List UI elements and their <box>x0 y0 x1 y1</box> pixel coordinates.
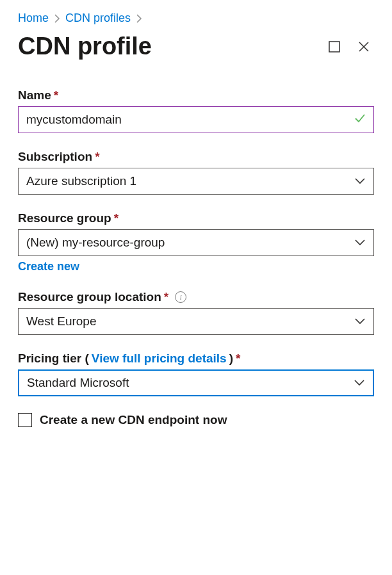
location-value: West Europe <box>26 314 96 328</box>
pricing-label-suffix: ) <box>229 352 233 366</box>
chevron-right-icon <box>54 14 60 23</box>
resource-group-label-text: Resource group <box>18 211 111 225</box>
name-label-text: Name <box>18 88 51 102</box>
required-asterisk: * <box>95 150 99 164</box>
field-subscription: Subscription * Azure subscription 1 <box>18 150 374 195</box>
title-row: CDN profile <box>18 33 374 60</box>
name-input[interactable] <box>18 106 374 133</box>
location-select[interactable]: West Europe <box>18 308 374 335</box>
create-new-link[interactable]: Create new <box>18 260 79 273</box>
subscription-select[interactable]: Azure subscription 1 <box>18 168 374 195</box>
create-endpoint-row: Create a new CDN endpoint now <box>18 413 374 427</box>
subscription-label: Subscription * <box>18 150 374 164</box>
required-asterisk: * <box>54 88 58 102</box>
required-asterisk: * <box>114 211 118 225</box>
resource-group-select[interactable]: (New) my-resource-group <box>18 229 374 256</box>
pin-icon[interactable] <box>327 39 342 54</box>
page-title: CDN profile <box>18 33 152 60</box>
breadcrumb-home[interactable]: Home <box>18 12 49 25</box>
chevron-down-icon <box>354 236 366 250</box>
location-label: Resource group location * i <box>18 290 374 304</box>
info-icon[interactable]: i <box>175 291 186 303</box>
resource-group-label: Resource group * <box>18 211 374 225</box>
field-name: Name * <box>18 88 374 133</box>
pricing-label-prefix: Pricing tier ( <box>18 352 89 366</box>
svg-rect-0 <box>329 42 339 52</box>
chevron-down-icon <box>354 174 366 188</box>
pricing-select[interactable]: Standard Microsoft <box>18 369 374 396</box>
subscription-value: Azure subscription 1 <box>26 174 136 188</box>
pricing-value: Standard Microsoft <box>27 376 129 390</box>
create-endpoint-checkbox[interactable] <box>18 413 32 427</box>
field-location: Resource group location * i West Europe <box>18 290 374 335</box>
subscription-label-text: Subscription <box>18 150 92 164</box>
field-pricing: Pricing tier (View full pricing details)… <box>18 352 374 396</box>
create-endpoint-label: Create a new CDN endpoint now <box>40 413 227 427</box>
chevron-down-icon <box>354 376 365 390</box>
title-actions <box>327 39 374 54</box>
close-icon[interactable] <box>356 39 372 54</box>
field-resource-group: Resource group * (New) my-resource-group… <box>18 211 374 273</box>
location-label-text: Resource group location <box>18 290 161 304</box>
required-asterisk: * <box>236 352 240 366</box>
pricing-details-link[interactable]: View full pricing details <box>92 352 227 366</box>
checkmark-icon <box>354 112 366 127</box>
breadcrumb: Home CDN profiles <box>18 12 374 25</box>
chevron-right-icon <box>136 14 142 23</box>
name-label: Name * <box>18 88 374 102</box>
breadcrumb-cdn-profiles[interactable]: CDN profiles <box>65 12 131 25</box>
resource-group-value: (New) my-resource-group <box>26 236 165 250</box>
pricing-label: Pricing tier (View full pricing details)… <box>18 352 374 366</box>
required-asterisk: * <box>164 290 168 304</box>
chevron-down-icon <box>354 314 366 328</box>
